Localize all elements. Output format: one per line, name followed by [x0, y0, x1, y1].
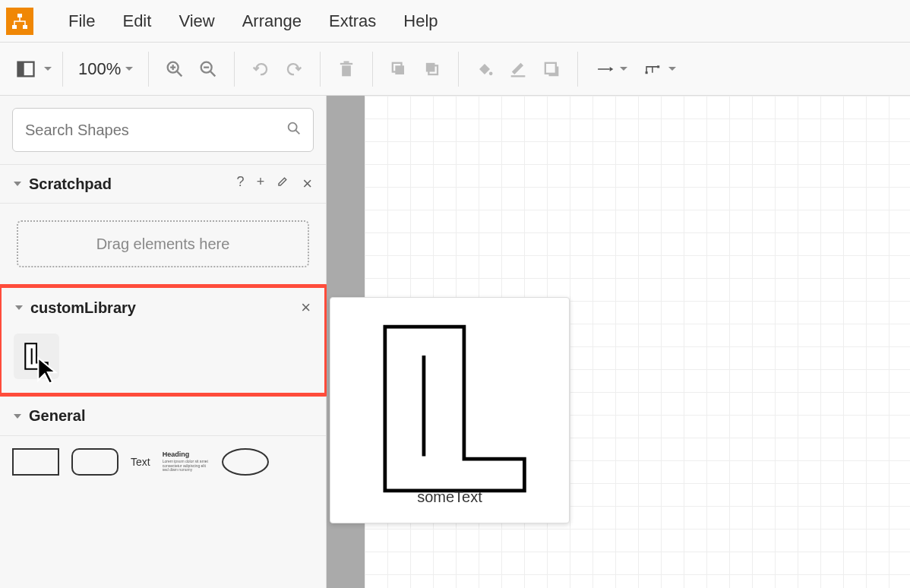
general-shapes: Text Heading Lorem ipsum dolor sit amet …	[0, 436, 326, 488]
svg-rect-25	[657, 65, 659, 68]
menu-arrange[interactable]: Arrange	[229, 8, 315, 34]
svg-line-7	[177, 71, 182, 75]
sidebar: Scratchpad ? + × Drag elements here cust…	[0, 96, 327, 588]
custom-library-shapes	[2, 327, 324, 393]
svg-rect-5	[18, 62, 24, 76]
chevron-down-icon	[14, 414, 21, 419]
to-front-button[interactable]	[384, 54, 414, 84]
separator	[148, 52, 149, 87]
svg-line-27	[295, 130, 299, 134]
svg-line-11	[210, 71, 215, 75]
svg-rect-2	[23, 25, 27, 29]
to-back-icon	[422, 58, 443, 80]
undo-icon	[250, 58, 271, 80]
svg-rect-16	[396, 65, 405, 74]
scratchpad-edit-button[interactable]	[276, 174, 290, 194]
delete-button[interactable]	[331, 54, 362, 84]
custom-shape-thumb[interactable]	[14, 334, 59, 379]
scratchpad-title: Scratchpad	[29, 175, 237, 193]
svg-rect-14	[340, 62, 352, 64]
zoom-value: 100%	[78, 59, 121, 79]
menu-bar: File Edit View Arrange Extras Help	[0, 0, 910, 43]
scratchpad-close-button[interactable]: ×	[302, 174, 312, 194]
zoom-in-icon	[164, 58, 185, 80]
menu-extras[interactable]: Extras	[315, 8, 390, 34]
panels-icon	[15, 58, 36, 80]
separator	[320, 52, 321, 87]
separator	[234, 52, 235, 87]
shape-heading[interactable]: Heading Lorem ipsum dolor sit amet conse…	[163, 451, 210, 473]
to-back-button[interactable]	[417, 54, 447, 84]
scratchpad-header[interactable]: Scratchpad ? + ×	[0, 164, 326, 204]
menu-help[interactable]: Help	[390, 8, 451, 34]
shadow-icon	[541, 58, 562, 80]
toggle-panels-button[interactable]	[11, 54, 41, 84]
separator	[458, 52, 459, 87]
svg-rect-1	[12, 25, 17, 29]
pencil-line-icon	[507, 58, 529, 80]
preview-l-shape-icon	[363, 315, 536, 502]
canvas-area[interactable]: someText	[327, 96, 910, 588]
menu-view[interactable]: View	[165, 8, 228, 34]
waypoint-icon	[644, 58, 665, 80]
scratchpad-body: Drag elements here	[0, 204, 326, 284]
zoom-dropdown[interactable]: 100%	[74, 59, 137, 79]
app-logo[interactable]	[6, 8, 33, 35]
custom-library-title: customLibrary	[30, 299, 301, 317]
svg-rect-13	[342, 65, 351, 76]
fill-color-button[interactable]	[469, 54, 500, 84]
search-input[interactable]	[24, 121, 286, 140]
search-box[interactable]	[12, 108, 314, 152]
general-title: General	[29, 407, 312, 425]
svg-rect-0	[17, 14, 22, 17]
redo-button[interactable]	[279, 54, 309, 84]
svg-rect-15	[344, 61, 349, 62]
shape-rounded-rectangle[interactable]	[71, 448, 118, 476]
chevron-down-icon	[125, 67, 133, 71]
to-front-icon	[388, 58, 409, 80]
connection-button[interactable]	[589, 54, 634, 84]
shadow-button[interactable]	[536, 54, 567, 84]
svg-rect-18	[426, 62, 435, 71]
menu-file[interactable]: File	[55, 8, 109, 34]
scratchpad-drop-zone[interactable]: Drag elements here	[17, 220, 309, 267]
paint-bucket-icon	[474, 58, 495, 80]
scratchpad-add-button[interactable]: +	[257, 174, 265, 194]
general-header[interactable]: General	[0, 397, 326, 436]
chevron-down-icon	[620, 67, 627, 71]
scratchpad-actions: ? + ×	[237, 174, 312, 194]
custom-library-close-button[interactable]: ×	[301, 298, 311, 318]
redo-icon	[283, 58, 305, 80]
menu-edit[interactable]: Edit	[109, 8, 165, 34]
custom-library-section: customLibrary ×	[0, 284, 328, 397]
svg-rect-22	[545, 62, 556, 73]
zoom-out-button[interactable]	[193, 54, 223, 84]
shape-text[interactable]: Text	[131, 456, 150, 468]
main-area: Scratchpad ? + × Drag elements here cust…	[0, 96, 910, 588]
waypoint-button[interactable]	[637, 54, 683, 84]
separator	[62, 52, 63, 87]
svg-rect-24	[646, 71, 648, 74]
pencil-icon	[276, 174, 290, 188]
undo-button[interactable]	[245, 54, 276, 84]
chevron-down-icon	[668, 67, 676, 71]
shape-ellipse[interactable]	[222, 448, 269, 476]
shape-preview-popup: someText	[330, 297, 570, 523]
trash-icon	[336, 58, 357, 80]
custom-library-header[interactable]: customLibrary ×	[2, 288, 324, 327]
svg-rect-21	[511, 75, 526, 77]
scratchpad-help-button[interactable]: ?	[237, 174, 245, 194]
panel-dropdown-caret[interactable]	[44, 67, 52, 71]
app-logo-icon	[11, 12, 29, 30]
search-icon[interactable]	[286, 120, 302, 140]
arrow-icon	[596, 58, 617, 80]
separator	[577, 52, 578, 87]
svg-point-26	[289, 123, 297, 131]
chevron-down-icon	[14, 182, 21, 186]
line-color-button[interactable]	[503, 54, 533, 84]
shape-rectangle[interactable]	[12, 448, 59, 476]
preview-label: someText	[417, 488, 482, 506]
mouse-cursor-icon	[33, 355, 65, 387]
zoom-in-button[interactable]	[160, 54, 190, 84]
zoom-out-icon	[197, 58, 219, 80]
